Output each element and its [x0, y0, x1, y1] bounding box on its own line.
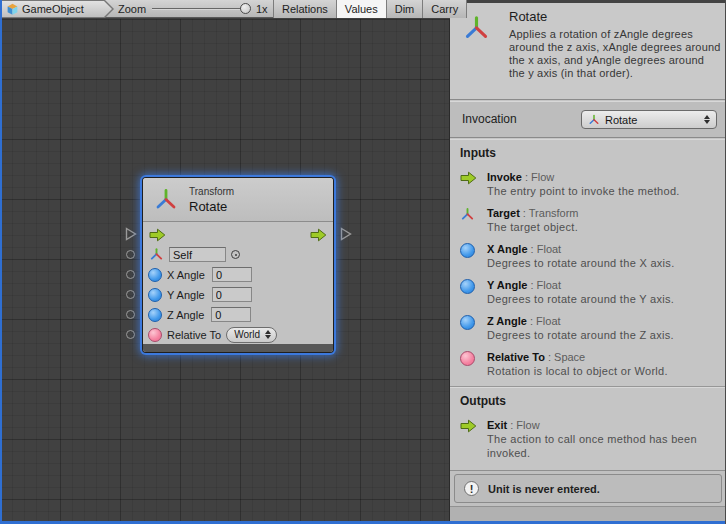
gameobject-cube-icon	[6, 3, 19, 16]
tab-carry[interactable]: Carry	[422, 0, 467, 18]
window-border-left	[0, 0, 2, 524]
port-item-y-angle: Y Angle : Float Degrees to rotate around…	[460, 278, 718, 306]
flow-row	[143, 226, 333, 243]
y-angle-field[interactable]	[212, 287, 252, 302]
transform-axes-icon	[460, 207, 475, 222]
object-picker-icon[interactable]	[231, 250, 240, 259]
zoom-label: Zoom	[118, 3, 146, 15]
z-angle-field[interactable]	[211, 307, 251, 322]
flow-arrow-icon	[460, 419, 477, 433]
node-footer	[143, 344, 333, 352]
invocation-label: Invocation	[462, 112, 517, 126]
inspector-header: Rotate Applies a rotation of zAngle degr…	[450, 3, 726, 100]
relative-to-row: Relative To World	[143, 326, 333, 343]
zoom-slider-track[interactable]	[152, 8, 248, 10]
float-port-icon	[460, 243, 475, 258]
y-angle-label: Y Angle	[167, 289, 205, 301]
relative-to-value: World	[234, 329, 260, 340]
port-item-relative-to: Relative To : Space Rotation is local to…	[460, 350, 718, 378]
graph-canvas[interactable]: Transform Rotate	[0, 19, 450, 524]
warning-section: ! Unit is never entered.	[450, 470, 726, 506]
y-angle-row: Y Angle	[143, 286, 333, 303]
transform-axes-icon[interactable]	[149, 247, 164, 262]
invocation-dropdown[interactable]: Rotate	[581, 110, 717, 129]
zoom-slider-handle[interactable]	[240, 3, 251, 14]
caret-updown-icon	[265, 330, 271, 339]
z-angle-row: Z Angle	[143, 306, 333, 323]
inspector-title: Rotate	[509, 9, 547, 24]
tab-values[interactable]: Values	[336, 0, 386, 18]
breadcrumb[interactable]: GameObject	[2, 0, 114, 18]
invocation-section: Invocation Rotate	[450, 101, 726, 138]
tab-relations[interactable]: Relations	[273, 0, 336, 18]
breadcrumb-label: GameObject	[22, 3, 84, 15]
toolbar-tabs: Relations Values Dim Carry	[273, 0, 467, 18]
inspector-body: Inputs Invoke : Flow The entry point to …	[450, 139, 726, 470]
outputs-header: Outputs	[460, 394, 726, 408]
warning-box: ! Unit is never entered.	[454, 474, 722, 503]
flow-arrow-icon	[460, 171, 477, 185]
x-angle-label: X Angle	[167, 269, 205, 281]
float-port-icon[interactable]	[148, 308, 162, 322]
warning-text: Unit is never entered.	[488, 483, 600, 495]
invocation-value: Rotate	[605, 114, 637, 126]
inspector-panel: Rotate Applies a rotation of zAngle degr…	[450, 0, 726, 524]
relative-to-label: Relative To	[167, 329, 221, 341]
node-header[interactable]: Transform Rotate	[143, 178, 333, 222]
z-angle-label: Z Angle	[167, 309, 204, 321]
target-row	[143, 246, 333, 263]
flow-input-socket-icon[interactable]	[125, 227, 137, 241]
flow-output-socket-icon[interactable]	[340, 227, 352, 241]
x-angle-field[interactable]	[212, 267, 252, 282]
port-item-z-angle: Z Angle : Float Degrees to rotate around…	[460, 314, 718, 342]
target-field[interactable]	[169, 247, 226, 262]
relative-to-input-socket[interactable]	[126, 330, 135, 339]
zoom-value: 1x	[256, 3, 268, 15]
target-input-socket[interactable]	[126, 250, 135, 259]
flow-input-port-icon[interactable]	[149, 228, 166, 242]
port-item-target: Target : Transform The target object.	[460, 206, 718, 234]
node-category: Transform	[189, 186, 234, 197]
node-title: Rotate	[189, 199, 227, 214]
inputs-header: Inputs	[460, 146, 726, 160]
port-item-x-angle: X Angle : Float Degrees to rotate around…	[460, 242, 718, 270]
space-port-icon[interactable]	[148, 328, 162, 342]
float-port-icon[interactable]	[148, 288, 162, 302]
flow-output-port-icon[interactable]	[310, 228, 327, 242]
transform-axes-icon	[463, 15, 490, 42]
space-port-icon	[460, 351, 475, 366]
port-item-exit: Exit : Flow The action to call once meth…	[460, 418, 718, 460]
warning-bubble-icon: !	[464, 481, 479, 496]
port-item-invoke: Invoke : Flow The entry point to invoke …	[460, 170, 718, 198]
z-angle-input-socket[interactable]	[126, 310, 135, 319]
caret-updown-icon	[704, 115, 710, 124]
inspector-description: Applies a rotation of zAngle degrees aro…	[509, 28, 721, 80]
section-divider	[450, 386, 726, 387]
tab-dim[interactable]: Dim	[386, 0, 423, 18]
float-port-icon	[460, 279, 475, 294]
y-angle-input-socket[interactable]	[126, 290, 135, 299]
x-angle-row: X Angle	[143, 266, 333, 283]
inspector-footer	[450, 506, 726, 521]
bolt-graph-window: GameObject Zoom 1x Relations Values Dim …	[0, 0, 726, 524]
float-port-icon	[460, 315, 475, 330]
graph-toolbar: GameObject Zoom 1x Relations Values Dim …	[0, 0, 450, 18]
transform-axes-icon	[154, 188, 178, 212]
float-port-icon[interactable]	[148, 268, 162, 282]
relative-to-dropdown[interactable]: World	[226, 327, 277, 343]
x-angle-input-socket[interactable]	[126, 270, 135, 279]
transform-axes-icon	[588, 114, 600, 126]
rotate-node[interactable]: Transform Rotate	[143, 178, 333, 352]
